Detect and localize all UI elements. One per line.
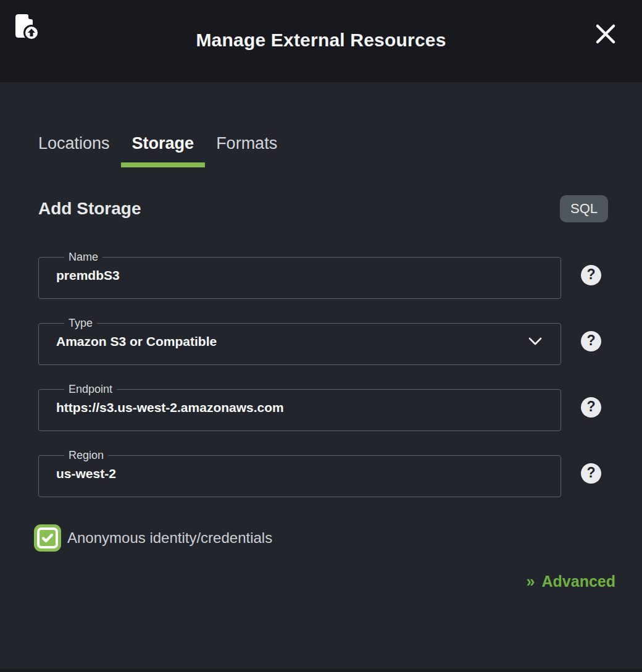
tab-formats[interactable]: Formats xyxy=(205,134,288,167)
region-field-row: Region ? xyxy=(38,450,601,497)
type-field-label: Type xyxy=(64,317,97,329)
endpoint-field-label: Endpoint xyxy=(64,384,117,395)
type-field-row: Type Amazon S3 or Compatible ? xyxy=(38,317,601,365)
name-help-icon[interactable]: ? xyxy=(581,265,601,285)
endpoint-help-icon[interactable]: ? xyxy=(581,397,601,418)
dialog-bottom-edge xyxy=(0,669,642,672)
anonymous-credentials-label: Anonymous identity/credentials xyxy=(67,529,272,547)
external-resource-upload-icon xyxy=(12,12,40,42)
region-field-label: Region xyxy=(64,450,108,461)
type-select[interactable]: Amazon S3 or Compatible xyxy=(56,329,543,349)
dialog-body: Locations Storage Formats Add Storage SQ… xyxy=(0,134,642,590)
advanced-row: » Advanced xyxy=(38,573,615,590)
double-chevron-right-icon: » xyxy=(527,573,535,590)
checkmark-icon xyxy=(37,527,58,548)
endpoint-input[interactable] xyxy=(56,395,543,415)
section-head: Add Storage SQL xyxy=(38,193,601,224)
type-select-value: Amazon S3 or Compatible xyxy=(56,334,217,349)
tab-locations[interactable]: Locations xyxy=(27,134,121,167)
advanced-link[interactable]: » Advanced xyxy=(527,573,615,590)
endpoint-field: Endpoint xyxy=(38,384,561,431)
region-field: Region xyxy=(38,450,561,497)
dialog-title: Manage External Resources xyxy=(196,30,446,51)
type-help-icon[interactable]: ? xyxy=(581,331,601,351)
chevron-down-icon xyxy=(528,337,542,346)
name-field-row: Name ? xyxy=(38,251,601,299)
dialog-header: Manage External Resources xyxy=(0,0,642,82)
advanced-label: Advanced xyxy=(542,573,615,590)
page-title: Add Storage xyxy=(38,199,141,219)
name-field: Name xyxy=(38,251,561,299)
type-field: Type Amazon S3 or Compatible xyxy=(38,317,561,365)
tab-bar: Locations Storage Formats xyxy=(27,134,601,167)
anonymous-credentials-checkbox[interactable] xyxy=(34,524,61,552)
endpoint-field-row: Endpoint ? xyxy=(38,384,601,431)
anonymous-credentials-row: Anonymous identity/credentials xyxy=(34,524,601,552)
sql-button[interactable]: SQL xyxy=(560,195,608,222)
region-help-icon[interactable]: ? xyxy=(581,463,601,484)
name-field-label: Name xyxy=(64,251,102,262)
tab-storage[interactable]: Storage xyxy=(121,134,206,167)
close-icon[interactable] xyxy=(594,22,617,46)
name-input[interactable] xyxy=(56,262,543,283)
region-input[interactable] xyxy=(56,461,543,481)
